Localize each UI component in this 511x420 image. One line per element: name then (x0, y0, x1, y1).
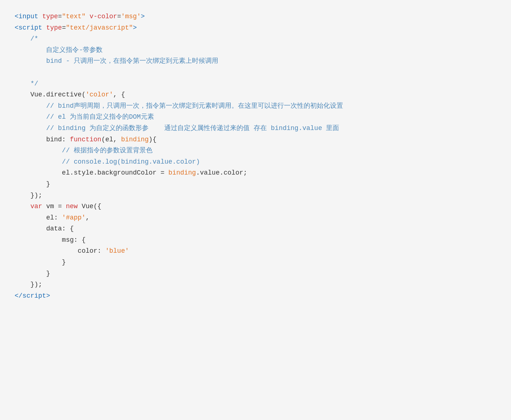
line-24: } (15, 268, 496, 279)
attr-type-val: "text" (62, 13, 86, 20)
line-10: // el 为当前自定义指令的DOM元素 (15, 111, 496, 123)
comment-bind-lifecycle: // bind声明周期，只调用一次，指令第一次绑定到元素时调用。在这里可以进行一… (15, 102, 343, 110)
script-open: <script (15, 24, 42, 31)
line-8: Vue.directive('color', { (15, 89, 496, 100)
script-open-end: > (133, 24, 137, 31)
line-9: // bind声明周期，只调用一次，指令第一次绑定到元素时调用。在这里可以进行一… (15, 100, 496, 112)
line-12: bind: function(el, binding){ (15, 134, 496, 145)
value-color: .value.color; (196, 169, 247, 176)
line-1: <input type="text" v-color='msg'> (15, 11, 496, 22)
attr-script-type-val: "text/javascript" (66, 24, 133, 31)
line-16: } (15, 179, 496, 190)
vue-constructor: Vue({ (78, 203, 101, 210)
binding-ref: binding (168, 169, 196, 176)
el-value: '#app' (62, 214, 86, 221)
el-key: el: (15, 214, 62, 221)
attr-vcolor: v-color (89, 13, 117, 20)
line-15: el.style.backgroundColor = binding.value… (15, 167, 496, 179)
comment-consolelog: // console.log(binding.value.color) (15, 158, 200, 165)
line-23: } (15, 257, 496, 268)
line-7: */ (15, 78, 496, 89)
tag-close-1: > (141, 13, 145, 20)
line-6 (15, 67, 496, 78)
line-5: bind - 只调用一次，在指令第一次绑定到元素上时候调用 (15, 56, 496, 67)
data-key: data: { (15, 225, 74, 232)
comment-line1: 自定义指令-带参数 (15, 46, 103, 54)
line-11: // binding 为自定义的函数形参 通过自定义属性传递过来的值 存在 bi… (15, 123, 496, 134)
color-key: color: (15, 247, 105, 255)
line-4: 自定义指令-带参数 (15, 45, 496, 56)
line-13: // 根据指令的参数设置背景色 (15, 145, 496, 156)
comment-el: // el 为当前自定义指令的DOM元素 (15, 113, 154, 121)
data-close-brace: } (15, 270, 50, 277)
bind-key: bind: (15, 136, 70, 143)
color-value: 'blue' (105, 247, 129, 255)
comment-bgcolor: // 根据指令的参数设置背景色 (15, 147, 153, 154)
msg-close-brace: } (15, 259, 66, 266)
el-style: el.style.backgroundColor = (15, 169, 168, 176)
script-close: </script> (15, 292, 50, 299)
attr-type: type (42, 13, 58, 20)
line-2: <script type="text/javascript"> (15, 22, 496, 34)
line-3: /* (15, 33, 496, 45)
directive-brace: , { (113, 91, 125, 98)
line-25: }); (15, 279, 496, 290)
directive-name: 'color' (85, 91, 113, 98)
vue-close: }); (15, 281, 42, 288)
param-el: el (105, 136, 113, 143)
attr-script-type: type (46, 24, 62, 31)
line-26: </script> (15, 290, 496, 302)
line-14: // console.log(binding.value.color) (15, 156, 496, 168)
bind-params-close: ){ (149, 136, 157, 143)
comment-open: /* (15, 35, 38, 42)
var-keyword: var (15, 203, 42, 210)
bind-params-open: ( (101, 136, 105, 143)
function-keyword: function (70, 136, 101, 143)
attr-vcolor-val: 'msg' (121, 13, 141, 20)
tag-open: <input (15, 13, 38, 20)
new-keyword: new (66, 203, 77, 210)
code-editor: <input type="text" v-color='msg'> <scrip… (15, 11, 496, 301)
line-20: data: { (15, 223, 496, 234)
comment-binding: // binding 为自定义的函数形参 通过自定义属性传递过来的值 存在 bi… (15, 125, 339, 132)
comment-line2: bind - 只调用一次，在指令第一次绑定到元素上时候调用 (15, 57, 218, 65)
line-21: msg: { (15, 234, 496, 246)
inner-close-brace: } (15, 180, 50, 188)
param-binding: binding (121, 136, 149, 143)
msg-key: msg: { (15, 236, 85, 244)
comment-close: */ (15, 80, 38, 87)
line-19: el: '#app', (15, 212, 496, 224)
line-18: var vm = new Vue({ (15, 201, 496, 212)
directive-close: }); (15, 192, 42, 199)
vue-directive: Vue.directive( (15, 91, 85, 98)
line-22: color: 'blue' (15, 245, 496, 257)
line-17: }); (15, 190, 496, 201)
